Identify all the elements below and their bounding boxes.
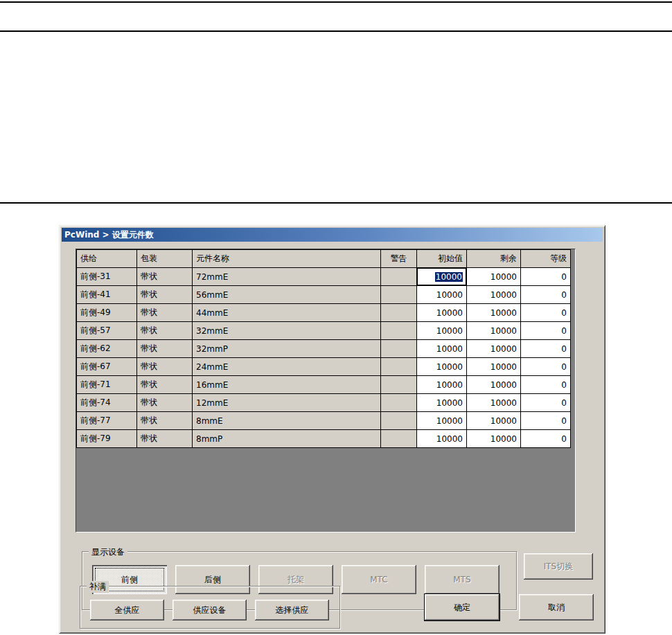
supply-cell: 前侧-67 — [77, 358, 137, 376]
supply-cell: 前侧-74 — [77, 394, 137, 412]
remaining-cell[interactable]: 10000 — [467, 322, 521, 340]
supply-cell: 前侧-57 — [77, 322, 137, 340]
dialog-title: PcWind > 设置元件数 — [64, 230, 154, 240]
grade-cell[interactable]: 0 — [521, 358, 571, 376]
column-header-4: 初始值 — [417, 250, 467, 268]
part-name-cell: 16mmE — [193, 376, 381, 394]
selected-cell-text: 10000 — [435, 272, 463, 282]
initial-value-cell[interactable]: 10000 — [417, 322, 467, 340]
dialog-titlebar[interactable]: PcWind > 设置元件数 — [62, 228, 603, 242]
initial-value-cell[interactable]: 10000 — [417, 358, 467, 376]
display-device-group-label: 显示设备 — [89, 546, 127, 558]
column-header-1: 包装 — [137, 250, 193, 268]
supply-cell: 前侧-31 — [77, 268, 137, 286]
remaining-cell[interactable]: 10000 — [467, 358, 521, 376]
package-cell: 带状 — [137, 412, 193, 430]
supply-cell: 前侧-77 — [77, 412, 137, 430]
initial-value-cell[interactable]: 10000 — [417, 304, 467, 322]
refill-group-label: 补满 — [87, 581, 109, 593]
remaining-cell[interactable]: 10000 — [467, 304, 521, 322]
initial-value-cell[interactable]: 10000 — [417, 430, 467, 448]
column-header-5: 剩余 — [467, 250, 521, 268]
part-name-cell: 12mmE — [193, 394, 381, 412]
refill-buttons: 全供应供应设备选择供应 — [90, 600, 329, 620]
package-cell: 带状 — [137, 268, 193, 286]
part-name-cell: 72mmE — [193, 268, 381, 286]
horizontal-rule — [0, 30, 672, 32]
supply-cell: 前侧-49 — [77, 304, 137, 322]
table-row: 前侧-79带状8mmP10000100000 — [77, 430, 571, 448]
table-row: 前侧-74带状12mmE10000100000 — [77, 394, 571, 412]
remaining-cell[interactable]: 10000 — [467, 340, 521, 358]
grade-cell[interactable]: 0 — [521, 304, 571, 322]
supply-cell: 前侧-71 — [77, 376, 137, 394]
table-row: 前侧-31带状72mmE10000100000 — [77, 268, 571, 286]
initial-value-cell[interactable]: 10000 — [417, 340, 467, 358]
remaining-cell[interactable]: 10000 — [467, 286, 521, 304]
remaining-cell[interactable]: 10000 — [467, 430, 521, 448]
column-header-2: 元件名称 — [193, 250, 381, 268]
grade-cell[interactable]: 0 — [521, 322, 571, 340]
warning-cell — [381, 430, 417, 448]
warning-cell — [381, 286, 417, 304]
grade-cell[interactable]: 0 — [521, 412, 571, 430]
refill-supply-all-button[interactable]: 全供应 — [90, 600, 164, 620]
table-row: 前侧-62带状32mmP10000100000 — [77, 340, 571, 358]
table-row: 前侧-77带状8mmE10000100000 — [77, 412, 571, 430]
display-mts-button: MTS — [425, 565, 499, 594]
its-switch-button: ITS切换 — [524, 553, 593, 580]
table-row: 前侧-49带状44mmE10000100000 — [77, 304, 571, 322]
component-table: 供给包装元件名称警告初始值剩余等级 前侧-31带状72mmE1000010000… — [76, 249, 576, 533]
grade-cell[interactable]: 0 — [521, 340, 571, 358]
package-cell: 带状 — [137, 322, 193, 340]
package-cell: 带状 — [137, 340, 193, 358]
initial-value-cell[interactable]: 10000 — [417, 376, 467, 394]
table-header-row: 供给包装元件名称警告初始值剩余等级 — [77, 250, 571, 268]
part-name-cell: 32mmE — [193, 322, 381, 340]
remaining-cell[interactable]: 10000 — [467, 412, 521, 430]
initial-value-cell[interactable]: 10000 — [417, 394, 467, 412]
refill-supply-device-button[interactable]: 供应设备 — [173, 600, 247, 620]
part-name-cell: 8mmP — [193, 430, 381, 448]
part-name-cell: 8mmE — [193, 412, 381, 430]
cancel-button[interactable]: 取消 — [519, 594, 594, 620]
table-row: 前侧-57带状32mmE10000100000 — [77, 322, 571, 340]
refill-select-supply-button[interactable]: 选择供应 — [255, 600, 329, 620]
grade-cell[interactable]: 0 — [521, 394, 571, 412]
grade-cell[interactable]: 0 — [521, 268, 571, 286]
warning-cell — [381, 358, 417, 376]
part-name-cell: 24mmE — [193, 358, 381, 376]
part-name-cell: 32mmP — [193, 340, 381, 358]
display-mtc-button: MTC — [342, 565, 416, 594]
column-header-3: 警告 — [381, 250, 417, 268]
warning-cell — [381, 412, 417, 430]
supply-cell: 前侧-41 — [77, 286, 137, 304]
remaining-cell[interactable]: 10000 — [467, 268, 521, 286]
refill-group: 补满 全供应供应设备选择供应 — [80, 586, 340, 629]
part-name-cell: 44mmE — [193, 304, 381, 322]
warning-cell — [381, 376, 417, 394]
package-cell: 带状 — [137, 430, 193, 448]
warning-cell — [381, 340, 417, 358]
remaining-cell[interactable]: 10000 — [467, 376, 521, 394]
remaining-cell[interactable]: 10000 — [467, 394, 521, 412]
ok-button[interactable]: 确定 — [425, 594, 499, 620]
grade-cell[interactable]: 0 — [521, 430, 571, 448]
horizontal-rule — [0, 1, 672, 3]
package-cell: 带状 — [137, 358, 193, 376]
supply-cell: 前侧-62 — [77, 340, 137, 358]
grade-cell[interactable]: 0 — [521, 286, 571, 304]
package-cell: 带状 — [137, 286, 193, 304]
initial-value-cell[interactable]: 10000 — [417, 286, 467, 304]
initial-value-cell[interactable]: 10000 — [417, 412, 467, 430]
warning-cell — [381, 322, 417, 340]
table-row: 前侧-71带状16mmE10000100000 — [77, 376, 571, 394]
initial-value-cell[interactable]: 10000 — [417, 268, 467, 286]
grade-cell[interactable]: 0 — [521, 376, 571, 394]
horizontal-rule — [0, 202, 672, 204]
supply-cell: 前侧-79 — [77, 430, 137, 448]
component-grid: 供给包装元件名称警告初始值剩余等级 前侧-31带状72mmE1000010000… — [76, 249, 571, 448]
package-cell: 带状 — [137, 304, 193, 322]
part-name-cell: 56mmE — [193, 286, 381, 304]
dialog-set-component-count: PcWind > 设置元件数 供给包装元件名称警告初始值剩余等级 前侧-31带状… — [59, 225, 605, 634]
